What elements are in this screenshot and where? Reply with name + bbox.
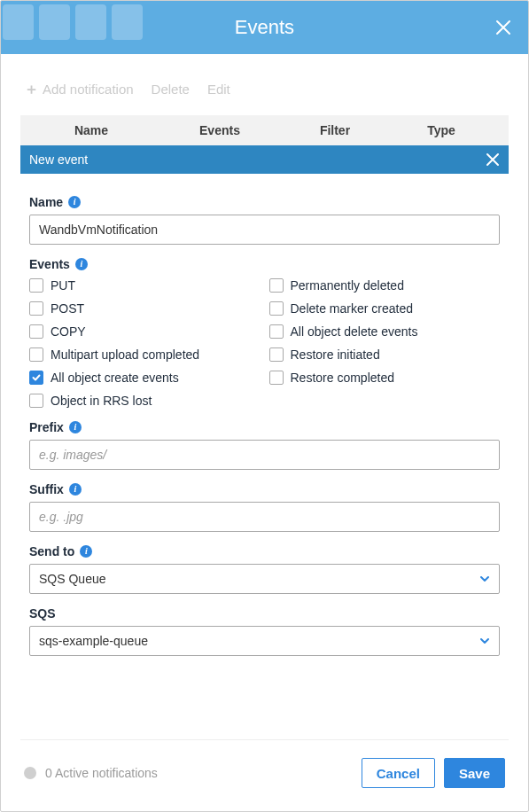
checkbox-unchecked-icon <box>29 324 43 339</box>
event-checkbox-label: Permanently deleted <box>291 278 404 293</box>
event-checkbox[interactable]: Permanently deleted <box>269 278 501 293</box>
send-to-value: SQS Queue <box>39 572 106 586</box>
checkbox-unchecked-icon <box>29 394 43 408</box>
suffix-input[interactable] <box>29 502 500 532</box>
modal-footer: 0 Active notifications Cancel Save <box>20 739 509 811</box>
info-icon[interactable]: i <box>68 196 81 208</box>
events-label-row: Events i <box>29 257 500 271</box>
cancel-button[interactable]: Cancel <box>362 758 435 788</box>
event-checkbox[interactable]: Multipart upload completed <box>29 347 261 362</box>
event-checkbox[interactable]: All object create events <box>29 371 261 385</box>
checkbox-unchecked-icon <box>29 278 43 293</box>
prefix-input[interactable] <box>29 440 500 470</box>
checkbox-unchecked-icon <box>269 347 284 362</box>
toolbar: ＋ Add notification Delete Edit <box>20 79 509 115</box>
event-checkbox[interactable]: Restore completed <box>269 371 501 385</box>
active-notifications-count: 0 Active notifications <box>45 766 158 780</box>
sqs-label: SQS <box>29 606 56 621</box>
footer-status: 0 Active notifications <box>24 766 158 780</box>
sqs-section: SQS sqs-example-queue <box>29 606 500 656</box>
new-event-close-icon[interactable] <box>486 152 500 167</box>
event-checkbox[interactable]: Object in RRS lost <box>29 394 261 408</box>
add-notification-button[interactable]: ＋ Add notification <box>24 79 134 99</box>
suffix-label-row: Suffix i <box>29 482 500 496</box>
event-checkbox-label: Multipart upload completed <box>51 347 199 362</box>
event-checkbox-label: Delete marker created <box>291 301 414 316</box>
checkbox-checked-icon <box>29 371 43 385</box>
modal-body: ＋ Add notification Delete Edit Name Even… <box>1 54 528 811</box>
event-checkbox-label: PUT <box>51 278 75 293</box>
info-icon[interactable]: i <box>75 258 88 270</box>
prefix-label-row: Prefix i <box>29 420 500 434</box>
column-filter: Filter <box>277 123 393 137</box>
sqs-value: sqs-example-queue <box>39 634 148 648</box>
event-checkbox-label: Object in RRS lost <box>51 394 152 408</box>
name-label: Name <box>29 195 63 209</box>
checkbox-unchecked-icon <box>269 324 284 339</box>
table-header: Name Events Filter Type <box>20 115 509 145</box>
status-dot-icon <box>24 767 36 779</box>
events-section: Events i PUTPermanently deletedPOSTDelet… <box>29 257 500 408</box>
prefix-section: Prefix i <box>29 420 500 470</box>
column-events: Events <box>162 123 277 137</box>
event-checkbox-label: Restore completed <box>291 371 395 385</box>
suffix-section: Suffix i <box>29 482 500 532</box>
event-checkbox[interactable]: Delete marker created <box>269 301 501 316</box>
event-checkbox[interactable]: All object delete events <box>269 324 501 339</box>
checkbox-unchecked-icon <box>269 371 284 385</box>
close-icon[interactable] <box>494 19 512 36</box>
modal-header: Events <box>1 1 528 54</box>
event-checkbox[interactable]: POST <box>29 301 261 316</box>
send-to-label-row: Send to i <box>29 544 500 558</box>
plus-icon: ＋ <box>24 79 39 99</box>
event-checkbox[interactable]: Restore initiated <box>269 347 501 362</box>
column-name: Name <box>20 123 162 137</box>
event-checkbox[interactable]: PUT <box>29 278 261 293</box>
info-icon[interactable]: i <box>69 483 82 496</box>
event-checkbox-label: Restore initiated <box>291 347 380 362</box>
name-label-row: Name i <box>29 195 500 209</box>
checkbox-unchecked-icon <box>29 301 43 316</box>
new-event-bar: New event <box>20 145 509 174</box>
events-label: Events <box>29 257 70 271</box>
checkbox-unchecked-icon <box>269 301 284 316</box>
edit-button[interactable]: Edit <box>207 79 230 99</box>
send-to-label: Send to <box>29 544 74 558</box>
info-icon[interactable]: i <box>80 545 92 558</box>
event-checkbox-label: COPY <box>51 324 86 339</box>
header-decor <box>1 1 143 40</box>
send-to-section: Send to i SQS Queue <box>29 544 500 594</box>
checkbox-unchecked-icon <box>269 278 284 293</box>
info-icon[interactable]: i <box>69 421 82 433</box>
add-notification-label: Add notification <box>43 82 134 97</box>
sqs-label-row: SQS <box>29 606 500 621</box>
event-checkbox-label: POST <box>51 301 84 316</box>
save-button[interactable]: Save <box>444 758 505 788</box>
suffix-label: Suffix <box>29 482 64 496</box>
prefix-label: Prefix <box>29 420 64 434</box>
event-checkbox-label: All object create events <box>51 371 179 385</box>
new-event-label: New event <box>29 152 88 167</box>
event-checkbox[interactable]: COPY <box>29 324 261 339</box>
modal-title: Events <box>235 16 294 39</box>
checkbox-unchecked-icon <box>29 347 43 362</box>
column-type: Type <box>393 123 490 137</box>
events-checkbox-grid: PUTPermanently deletedPOSTDelete marker … <box>29 278 500 408</box>
events-modal: Events ＋ Add notification Delete Edit Na… <box>0 0 529 812</box>
event-form: Name i Events i PUTPermanently deletedPO… <box>20 174 509 668</box>
sqs-select[interactable]: sqs-example-queue <box>29 626 500 656</box>
name-input[interactable] <box>29 215 500 245</box>
delete-button[interactable]: Delete <box>152 79 190 99</box>
chevron-down-icon <box>479 574 490 584</box>
chevron-down-icon <box>479 636 490 646</box>
footer-actions: Cancel Save <box>362 758 505 788</box>
name-section: Name i <box>29 195 500 245</box>
send-to-select[interactable]: SQS Queue <box>29 564 500 594</box>
event-checkbox-label: All object delete events <box>291 324 418 339</box>
